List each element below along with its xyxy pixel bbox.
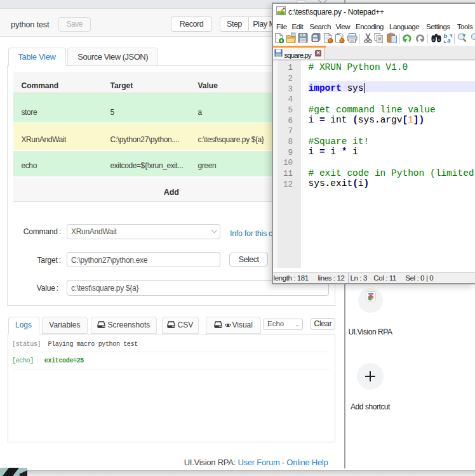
svg-text:a: a bbox=[447, 37, 450, 44]
